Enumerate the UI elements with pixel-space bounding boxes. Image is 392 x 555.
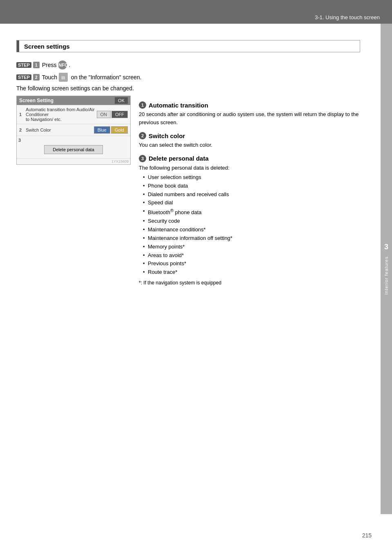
ss-row-text-2: Switch Color <box>26 128 94 132</box>
ss-row-num-1: 1 <box>19 112 26 117</box>
screen-icon: ▤ <box>59 73 68 82</box>
main-content: Screen settings STEP 1 Press INFO . STEP… <box>0 24 381 302</box>
following-text: The following screen settings can be cha… <box>16 85 360 92</box>
list-item: User selection settings <box>143 173 360 182</box>
item-heading-text-3: Delete personal data <box>149 155 209 162</box>
info-icon: INFO <box>58 60 67 69</box>
item-num-2: 2 <box>139 132 146 139</box>
chapter-label: Interior features <box>384 256 389 295</box>
step-1-period: . <box>69 62 70 68</box>
page-number: 215 <box>362 532 372 539</box>
right-sidebar: 3 Interior features <box>381 24 392 514</box>
list-item: Memory points* <box>143 243 360 251</box>
left-column: Screen Setting OK 1 Automatic transition… <box>16 96 131 290</box>
delete-data-list: User selection settings Phone book data … <box>143 173 360 277</box>
ss-on-button[interactable]: ON <box>97 111 111 118</box>
right-column: 1 Automatic transition 20 seconds after … <box>139 96 360 290</box>
list-item: Dialed numbers and received calls <box>143 190 360 199</box>
item-num-1: 1 <box>139 101 146 109</box>
item-body-3: The following personal data is deleted: … <box>139 164 360 286</box>
ss-btn-group-2: Blue Gold <box>94 126 128 134</box>
list-item: Bluetooth® phone data <box>143 207 360 217</box>
ss-header: Screen Setting OK <box>17 96 130 105</box>
list-item: Areas to avoid* <box>143 251 360 260</box>
item-heading-text-1: Automatic transition <box>149 102 208 109</box>
list-item: Maintenance information off setting* <box>143 234 360 243</box>
section-label: 3-1. Using the touch screen <box>315 14 380 20</box>
list-item: Speed dial <box>143 199 360 207</box>
chapter-number: 3 <box>384 243 388 251</box>
step-num-1: 1 <box>33 62 40 68</box>
two-col-layout: Screen Setting OK 1 Automatic transition… <box>16 96 360 290</box>
screen-setting-box: Screen Setting OK 1 Automatic transition… <box>16 96 131 165</box>
list-item: Security code <box>143 217 360 226</box>
top-banner: 3-1. Using the touch screen <box>0 0 392 24</box>
section-title: Screen settings <box>19 41 360 51</box>
footnote: *: If the navigation system is equipped <box>139 279 360 286</box>
ss-row-3: 3 Delete personal data <box>17 136 130 159</box>
ss-gold-button[interactable]: Gold <box>111 126 128 134</box>
item-num-3: 3 <box>139 155 146 162</box>
step-2-suffix: on the "Information" screen. <box>69 74 141 81</box>
step-badge-1: STEP <box>16 62 31 68</box>
ss-row-2: 2 Switch Color Blue Gold <box>17 124 130 136</box>
ss-delete-button[interactable]: Delete personal data <box>44 145 103 154</box>
step-2-row: STEP 2 Touch ▤ on the "Information" scre… <box>16 73 360 82</box>
list-item: Route trace* <box>143 268 360 277</box>
list-item: Previous points* <box>143 260 360 268</box>
list-item: Phone book data <box>143 182 360 190</box>
step-num-2: 2 <box>33 74 40 81</box>
list-item: Maintenance conditions* <box>143 226 360 234</box>
ss-row-1: 1 Automatic transition from Audio/Air Co… <box>17 105 130 124</box>
ss-ok-button[interactable]: OK <box>115 97 128 104</box>
ss-row-text-1: Automatic transition from Audio/Air Cond… <box>26 107 97 122</box>
step-badge-2: STEP <box>16 74 31 80</box>
item-body-1: 20 seconds after air conditioning or aud… <box>139 110 360 126</box>
ss-row-num-2: 2 <box>19 128 26 132</box>
item-3-heading: 3 Delete personal data <box>139 155 360 162</box>
item-2-heading: 2 Switch color <box>139 132 360 139</box>
ss-blue-button[interactable]: Blue <box>94 126 110 134</box>
item-heading-text-2: Switch color <box>149 132 185 139</box>
item-1-heading: 1 Automatic transition <box>139 101 360 109</box>
ss-off-button[interactable]: OFF <box>111 111 128 118</box>
ss-btn-group-1: ON OFF <box>97 111 128 118</box>
ss-title: Screen Setting <box>19 98 53 103</box>
section-header: Screen settings <box>16 40 360 52</box>
step-2-text: Touch <box>42 74 59 81</box>
step-1-text: Press <box>42 62 58 68</box>
ss-row-num-3: 3 <box>18 138 25 143</box>
step-1-row: STEP 1 Press INFO . <box>16 60 360 69</box>
ss-image-id: 1YX15609 <box>17 159 130 164</box>
item-body-2: You can select the switch color. <box>139 141 360 149</box>
